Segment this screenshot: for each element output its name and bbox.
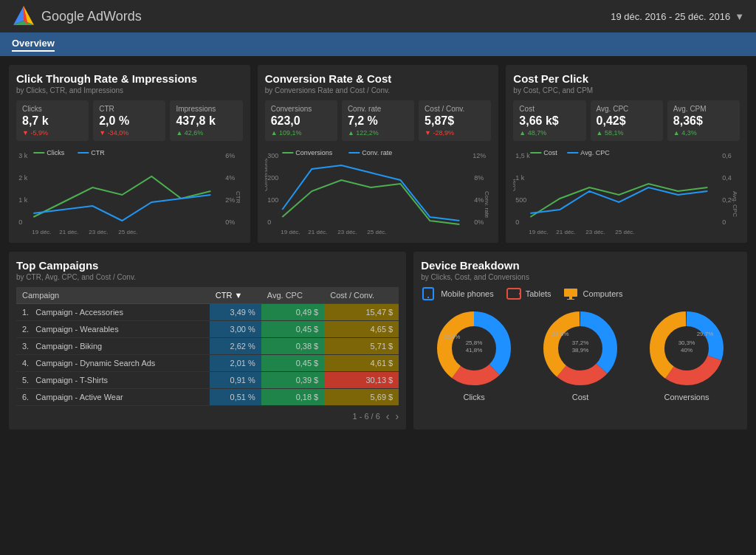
- conversion-chart: 300 200 100 0 12% 8% 4% 0% Conv. rate Co…: [265, 147, 492, 235]
- impressions-value: 437,8 k: [176, 114, 236, 128]
- svg-text:500: 500: [516, 196, 527, 204]
- svg-text:2%: 2%: [225, 196, 235, 204]
- row-num: 1. Campaign - Accessories: [16, 304, 210, 321]
- avgcpc-cell: 0,49 $: [261, 304, 324, 321]
- svg-text:0: 0: [516, 218, 520, 226]
- svg-text:20 déc.: 20 déc.: [295, 235, 315, 235]
- donut-conversions: 30,3% 40% 29,7% Conversions: [646, 308, 727, 401]
- date-range-selector[interactable]: 19 déc. 2016 - 25 déc. 2016 ▼: [611, 11, 744, 22]
- legend-computer-label: Computers: [583, 289, 623, 298]
- row-name: 6. Campaign - Active Wear: [16, 389, 210, 406]
- device-subtitle: by Clicks, Cost, and Conversions: [421, 273, 740, 281]
- cpc-title: Cost Per Click: [513, 72, 740, 85]
- svg-text:0%: 0%: [474, 218, 484, 226]
- svg-text:2 k: 2 k: [18, 174, 28, 182]
- prev-page-button[interactable]: ‹: [386, 410, 390, 422]
- conversions-label: Conversions: [271, 105, 331, 113]
- ctr-metric-cards: Clicks 8,7 k ▼ -5,9% CTR 2,0 % ▼ -34,0% …: [16, 100, 243, 141]
- header: Google AdWords 19 déc. 2016 - 25 déc. 20…: [0, 0, 756, 32]
- table-row: 4. Campaign - Dynamic Search Ads 2,01 % …: [16, 355, 399, 372]
- conversion-metric-cards: Conversions 623,0 ▲ 109,1% Conv. rate 7,…: [265, 100, 492, 141]
- svg-text:29,7%: 29,7%: [697, 331, 714, 337]
- avg-cpm-label: Avg. CPM: [673, 105, 734, 113]
- svg-text:12%: 12%: [472, 152, 486, 159]
- svg-text:Conv. rate: Conv. rate: [484, 191, 490, 218]
- clicks-value: 8,7 k: [22, 114, 83, 128]
- conversion-subtitle: by Conversions Rate and Cost / Conv.: [265, 86, 492, 94]
- costconv-cell: 4,65 $: [324, 321, 399, 338]
- svg-text:4%: 4%: [225, 174, 235, 182]
- cost-metric: Cost 3,66 k$ ▲ 48,7%: [513, 100, 585, 141]
- tablet-icon: [506, 287, 522, 300]
- svg-text:0,6: 0,6: [723, 152, 732, 159]
- legend-mobile-label: Mobile phones: [441, 289, 494, 298]
- svg-text:40%: 40%: [681, 347, 693, 354]
- svg-text:25,8%: 25,8%: [466, 339, 483, 346]
- svg-text:24 déc.: 24 déc.: [352, 235, 371, 235]
- svg-text:0: 0: [267, 218, 271, 226]
- svg-text:20 déc.: 20 déc.: [47, 235, 66, 235]
- impressions-label: Impressions: [176, 105, 236, 113]
- cost-per-click-panel: Cost Per Click by Cost, CPC, and CPM Cos…: [506, 65, 747, 243]
- ctr-chart: 3 k 2 k 1 k 0 6% 4% 2% 0% CTR 19: [16, 147, 243, 235]
- cost-conv-value: 5,87$: [425, 114, 485, 128]
- cost-conv-change: ▼ -28,9%: [425, 129, 485, 137]
- col-campaign: Campaign: [16, 287, 210, 304]
- dropdown-arrow-icon: ▼: [735, 11, 744, 22]
- svg-text:24 déc.: 24 déc.: [103, 235, 123, 235]
- conversions-change: ▲ 109,1%: [271, 129, 331, 137]
- conv-rate-value: 7,2 %: [348, 114, 408, 128]
- svg-text:22 déc.: 22 déc.: [571, 235, 591, 235]
- adwords-logo-icon: [12, 4, 35, 28]
- ctr-value: 2,0 %: [99, 114, 159, 128]
- svg-text:100: 100: [267, 196, 278, 204]
- computer-icon: [563, 287, 580, 300]
- table-row: 3. Campaign - Biking 2,62 % 0,38 $ 5,71 …: [16, 338, 399, 355]
- bottom-panels-row: Top Campaigns by CTR, Avg. CPC, and Cost…: [9, 252, 747, 430]
- conversion-title: Conversion Rate & Cost: [265, 72, 492, 85]
- date-range-text: 19 déc. 2016 - 25 déc. 2016: [611, 11, 730, 22]
- clicks-metric: Clicks 8,7 k ▼ -5,9%: [16, 100, 89, 141]
- col-ctr[interactable]: CTR ▼: [210, 287, 261, 304]
- costconv-cell: 5,69 $: [324, 389, 399, 406]
- svg-text:6%: 6%: [225, 152, 235, 159]
- avgcpc-cell: 0,45 $: [261, 321, 324, 338]
- impressions-metric: Impressions 437,8 k ▲ 42,6%: [170, 100, 242, 141]
- svg-text:0: 0: [18, 218, 22, 226]
- svg-text:38,9%: 38,9%: [572, 347, 589, 354]
- svg-text:Avg. CPC: Avg. CPC: [581, 149, 611, 156]
- svg-text:0: 0: [723, 218, 726, 226]
- legend-mobile: Mobile phones: [421, 287, 494, 300]
- ctr-impressions-title: Click Through Rate & Impressions: [16, 72, 243, 85]
- svg-text:Avg. CPC: Avg. CPC: [732, 191, 739, 217]
- donut-clicks: 25,8% 41,8% 22,4% Clicks: [433, 308, 515, 401]
- svg-text:0,4: 0,4: [723, 174, 732, 182]
- conv-rate-label: Conv. rate: [348, 105, 408, 113]
- device-title: Device Breakdown: [421, 259, 740, 272]
- avg-cpm-change: ▲ 4,3%: [673, 129, 734, 137]
- svg-rect-68: [507, 289, 520, 299]
- cost-change: ▲ 48,7%: [519, 129, 580, 137]
- table-header-row: Campaign CTR ▼ Avg. CPC Cost / Conv.: [16, 287, 399, 304]
- pagination: 1 - 6 / 6 ‹ ›: [16, 410, 399, 422]
- conversions-metric: Conversions 623,0 ▲ 109,1%: [265, 100, 337, 141]
- avg-cpc-change: ▲ 58,1%: [597, 129, 657, 137]
- svg-text:CTR: CTR: [235, 191, 241, 204]
- cost-value: 3,66 k$: [519, 114, 580, 128]
- main-content: Click Through Rate & Impressions by Clic…: [0, 56, 756, 438]
- donut-cost: 37,2% 38,9% 23,8% Cost: [540, 308, 621, 401]
- svg-text:22 déc.: 22 déc.: [323, 235, 342, 235]
- col-avg-cpc[interactable]: Avg. CPC: [261, 287, 324, 304]
- next-page-button[interactable]: ›: [396, 410, 399, 422]
- logo-area: Google AdWords: [12, 4, 142, 28]
- col-cost-conv[interactable]: Cost / Conv.: [324, 287, 399, 304]
- logo-text: Google AdWords: [41, 9, 142, 24]
- avgcpc-cell: 0,45 $: [261, 355, 324, 372]
- table-row: 2. Campaign - Wearables 3,00 % 0,45 $ 4,…: [16, 321, 399, 338]
- donut-charts-row: 25,8% 41,8% 22,4% Clicks 37,2% 38,9% 23,…: [421, 308, 740, 401]
- cost-conv-label: Cost / Conv.: [425, 105, 485, 113]
- cpc-chart: 1,5 k 1 k 500 0 0,6 0,4 0,2 0 Avg. CPC C…: [513, 147, 740, 235]
- clicks-change: ▼ -5,9%: [22, 129, 83, 137]
- tab-overview[interactable]: Overview: [12, 38, 55, 52]
- avgcpc-cell: 0,38 $: [261, 338, 324, 355]
